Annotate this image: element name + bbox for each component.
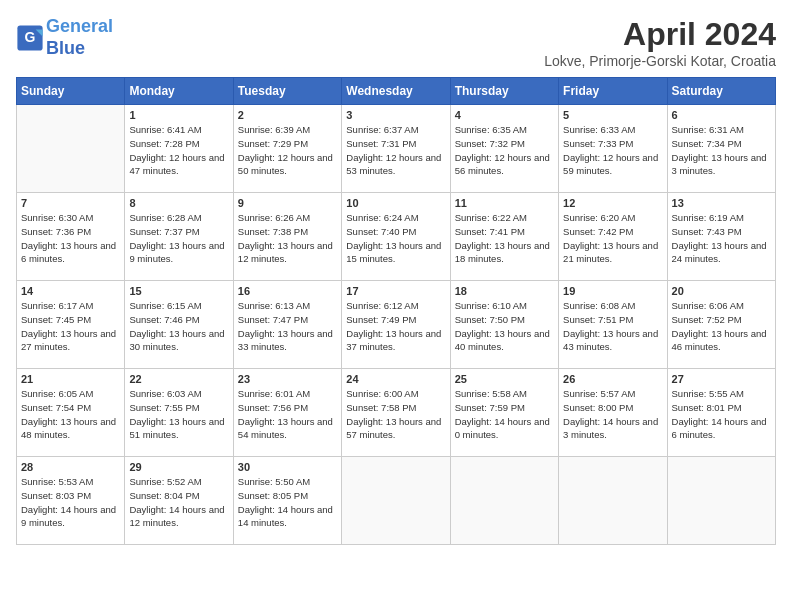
cell-details: Sunrise: 6:15 AMSunset: 7:46 PMDaylight:… <box>129 299 228 354</box>
cell-details: Sunrise: 6:24 AMSunset: 7:40 PMDaylight:… <box>346 211 445 266</box>
calendar-body: 1 Sunrise: 6:41 AMSunset: 7:28 PMDayligh… <box>17 105 776 545</box>
cell-details: Sunrise: 6:19 AMSunset: 7:43 PMDaylight:… <box>672 211 771 266</box>
cell-details: Sunrise: 6:13 AMSunset: 7:47 PMDaylight:… <box>238 299 337 354</box>
cell-details: Sunrise: 5:57 AMSunset: 8:00 PMDaylight:… <box>563 387 662 442</box>
day-header-saturday: Saturday <box>667 78 775 105</box>
day-number: 16 <box>238 285 337 297</box>
day-number: 11 <box>455 197 554 209</box>
day-number: 30 <box>238 461 337 473</box>
calendar-cell: 15 Sunrise: 6:15 AMSunset: 7:46 PMDaylig… <box>125 281 233 369</box>
calendar-cell: 8 Sunrise: 6:28 AMSunset: 7:37 PMDayligh… <box>125 193 233 281</box>
logo-icon: G <box>16 24 44 52</box>
calendar-week-1: 1 Sunrise: 6:41 AMSunset: 7:28 PMDayligh… <box>17 105 776 193</box>
calendar-cell: 13 Sunrise: 6:19 AMSunset: 7:43 PMDaylig… <box>667 193 775 281</box>
calendar-cell <box>450 457 558 545</box>
day-number: 29 <box>129 461 228 473</box>
day-number: 26 <box>563 373 662 385</box>
cell-details: Sunrise: 6:28 AMSunset: 7:37 PMDaylight:… <box>129 211 228 266</box>
calendar-week-3: 14 Sunrise: 6:17 AMSunset: 7:45 PMDaylig… <box>17 281 776 369</box>
day-number: 17 <box>346 285 445 297</box>
day-number: 20 <box>672 285 771 297</box>
calendar-cell: 22 Sunrise: 6:03 AMSunset: 7:55 PMDaylig… <box>125 369 233 457</box>
day-number: 4 <box>455 109 554 121</box>
calendar-cell: 1 Sunrise: 6:41 AMSunset: 7:28 PMDayligh… <box>125 105 233 193</box>
cell-details: Sunrise: 6:31 AMSunset: 7:34 PMDaylight:… <box>672 123 771 178</box>
cell-details: Sunrise: 6:22 AMSunset: 7:41 PMDaylight:… <box>455 211 554 266</box>
day-header-tuesday: Tuesday <box>233 78 341 105</box>
calendar-cell: 6 Sunrise: 6:31 AMSunset: 7:34 PMDayligh… <box>667 105 775 193</box>
day-number: 28 <box>21 461 120 473</box>
cell-details: Sunrise: 6:17 AMSunset: 7:45 PMDaylight:… <box>21 299 120 354</box>
calendar-cell: 11 Sunrise: 6:22 AMSunset: 7:41 PMDaylig… <box>450 193 558 281</box>
cell-details: Sunrise: 5:58 AMSunset: 7:59 PMDaylight:… <box>455 387 554 442</box>
calendar-cell: 17 Sunrise: 6:12 AMSunset: 7:49 PMDaylig… <box>342 281 450 369</box>
calendar-cell: 4 Sunrise: 6:35 AMSunset: 7:32 PMDayligh… <box>450 105 558 193</box>
cell-details: Sunrise: 6:05 AMSunset: 7:54 PMDaylight:… <box>21 387 120 442</box>
logo-text: General Blue <box>46 16 113 59</box>
day-number: 2 <box>238 109 337 121</box>
cell-details: Sunrise: 5:55 AMSunset: 8:01 PMDaylight:… <box>672 387 771 442</box>
cell-details: Sunrise: 6:30 AMSunset: 7:36 PMDaylight:… <box>21 211 120 266</box>
calendar-cell: 21 Sunrise: 6:05 AMSunset: 7:54 PMDaylig… <box>17 369 125 457</box>
day-number: 8 <box>129 197 228 209</box>
day-number: 23 <box>238 373 337 385</box>
day-header-friday: Friday <box>559 78 667 105</box>
calendar-cell: 19 Sunrise: 6:08 AMSunset: 7:51 PMDaylig… <box>559 281 667 369</box>
day-header-wednesday: Wednesday <box>342 78 450 105</box>
day-number: 7 <box>21 197 120 209</box>
calendar-table: SundayMondayTuesdayWednesdayThursdayFrid… <box>16 77 776 545</box>
day-number: 18 <box>455 285 554 297</box>
title-area: April 2024 Lokve, Primorje-Gorski Kotar,… <box>544 16 776 69</box>
calendar-cell: 5 Sunrise: 6:33 AMSunset: 7:33 PMDayligh… <box>559 105 667 193</box>
calendar-cell: 7 Sunrise: 6:30 AMSunset: 7:36 PMDayligh… <box>17 193 125 281</box>
calendar-cell: 3 Sunrise: 6:37 AMSunset: 7:31 PMDayligh… <box>342 105 450 193</box>
calendar-cell: 16 Sunrise: 6:13 AMSunset: 7:47 PMDaylig… <box>233 281 341 369</box>
day-number: 1 <box>129 109 228 121</box>
month-title: April 2024 <box>544 16 776 53</box>
cell-details: Sunrise: 6:10 AMSunset: 7:50 PMDaylight:… <box>455 299 554 354</box>
day-number: 25 <box>455 373 554 385</box>
day-number: 5 <box>563 109 662 121</box>
logo: G General Blue <box>16 16 113 59</box>
cell-details: Sunrise: 6:37 AMSunset: 7:31 PMDaylight:… <box>346 123 445 178</box>
calendar-cell: 20 Sunrise: 6:06 AMSunset: 7:52 PMDaylig… <box>667 281 775 369</box>
day-number: 6 <box>672 109 771 121</box>
cell-details: Sunrise: 6:26 AMSunset: 7:38 PMDaylight:… <box>238 211 337 266</box>
cell-details: Sunrise: 5:50 AMSunset: 8:05 PMDaylight:… <box>238 475 337 530</box>
day-number: 21 <box>21 373 120 385</box>
day-header-sunday: Sunday <box>17 78 125 105</box>
calendar-cell: 28 Sunrise: 5:53 AMSunset: 8:03 PMDaylig… <box>17 457 125 545</box>
cell-details: Sunrise: 6:35 AMSunset: 7:32 PMDaylight:… <box>455 123 554 178</box>
calendar-cell: 24 Sunrise: 6:00 AMSunset: 7:58 PMDaylig… <box>342 369 450 457</box>
calendar-cell <box>559 457 667 545</box>
day-number: 9 <box>238 197 337 209</box>
cell-details: Sunrise: 6:08 AMSunset: 7:51 PMDaylight:… <box>563 299 662 354</box>
calendar-cell <box>342 457 450 545</box>
calendar-cell: 23 Sunrise: 6:01 AMSunset: 7:56 PMDaylig… <box>233 369 341 457</box>
day-number: 14 <box>21 285 120 297</box>
calendar-cell: 2 Sunrise: 6:39 AMSunset: 7:29 PMDayligh… <box>233 105 341 193</box>
day-number: 22 <box>129 373 228 385</box>
calendar-cell: 9 Sunrise: 6:26 AMSunset: 7:38 PMDayligh… <box>233 193 341 281</box>
cell-details: Sunrise: 6:20 AMSunset: 7:42 PMDaylight:… <box>563 211 662 266</box>
svg-text:G: G <box>25 29 36 45</box>
calendar-week-4: 21 Sunrise: 6:05 AMSunset: 7:54 PMDaylig… <box>17 369 776 457</box>
day-number: 15 <box>129 285 228 297</box>
cell-details: Sunrise: 6:39 AMSunset: 7:29 PMDaylight:… <box>238 123 337 178</box>
day-header-monday: Monday <box>125 78 233 105</box>
location: Lokve, Primorje-Gorski Kotar, Croatia <box>544 53 776 69</box>
calendar-cell <box>17 105 125 193</box>
day-number: 13 <box>672 197 771 209</box>
cell-details: Sunrise: 6:03 AMSunset: 7:55 PMDaylight:… <box>129 387 228 442</box>
day-number: 3 <box>346 109 445 121</box>
calendar-cell <box>667 457 775 545</box>
day-number: 27 <box>672 373 771 385</box>
cell-details: Sunrise: 6:41 AMSunset: 7:28 PMDaylight:… <box>129 123 228 178</box>
cell-details: Sunrise: 6:06 AMSunset: 7:52 PMDaylight:… <box>672 299 771 354</box>
calendar-week-5: 28 Sunrise: 5:53 AMSunset: 8:03 PMDaylig… <box>17 457 776 545</box>
cell-details: Sunrise: 6:00 AMSunset: 7:58 PMDaylight:… <box>346 387 445 442</box>
calendar-cell: 26 Sunrise: 5:57 AMSunset: 8:00 PMDaylig… <box>559 369 667 457</box>
cell-details: Sunrise: 6:01 AMSunset: 7:56 PMDaylight:… <box>238 387 337 442</box>
cell-details: Sunrise: 6:12 AMSunset: 7:49 PMDaylight:… <box>346 299 445 354</box>
calendar-cell: 29 Sunrise: 5:52 AMSunset: 8:04 PMDaylig… <box>125 457 233 545</box>
